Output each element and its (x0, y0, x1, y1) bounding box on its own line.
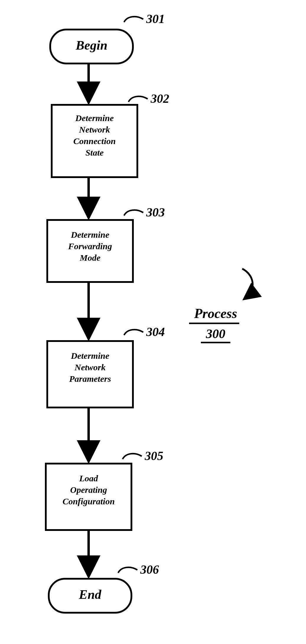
node-302-line2: Network (52, 124, 137, 135)
ref-302: 302 (151, 92, 169, 106)
node-303-text: Determine Forwarding Mode (47, 229, 133, 263)
ref-305: 305 (145, 449, 163, 463)
flowchart-canvas: Begin 301 Determine Network Connection S… (0, 0, 306, 644)
node-end-text: End (49, 586, 131, 603)
node-302-text: Determine Network Connection State (52, 112, 137, 158)
node-304-line3: Parameters (47, 373, 133, 384)
node-305-line2: Operating (46, 484, 131, 495)
node-303-line3: Mode (47, 252, 133, 263)
ref-306: 306 (140, 563, 159, 577)
ref-303: 303 (146, 205, 165, 219)
ref-304: 304 (146, 325, 165, 339)
node-303-line1: Determine (47, 229, 133, 240)
node-304-line2: Network (47, 361, 133, 373)
node-302-line4: State (52, 147, 137, 158)
node-304-text: Determine Network Parameters (47, 350, 133, 384)
callout-303 (124, 210, 143, 216)
callout-302 (128, 96, 148, 102)
node-305-line1: Load (46, 472, 131, 484)
process-number: 300 (198, 326, 233, 341)
node-begin-text: Begin (50, 37, 133, 54)
node-304-line1: Determine (47, 350, 133, 361)
node-303-line2: Forwarding (47, 240, 133, 252)
callout-305 (123, 454, 142, 459)
callout-301 (124, 17, 143, 22)
process-name: Process (186, 306, 245, 321)
node-305-text: Load Operating Configuration (46, 472, 131, 507)
node-302-line1: Determine (52, 112, 137, 124)
node-305-line3: Configuration (46, 495, 131, 507)
ref-301: 301 (146, 12, 165, 26)
node-302-line3: Connection (52, 135, 137, 147)
process-arrow (242, 269, 253, 298)
callout-304 (124, 330, 143, 335)
callout-306 (118, 567, 137, 573)
